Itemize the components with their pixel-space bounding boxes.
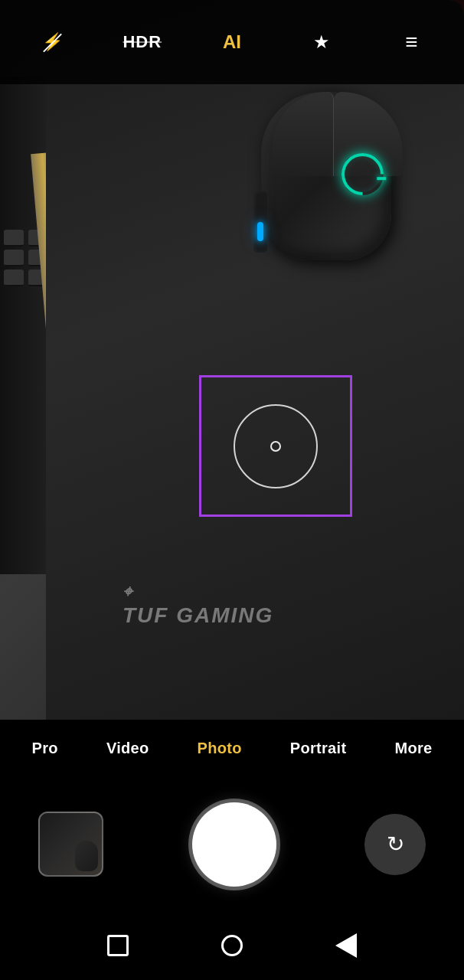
bottom-bar: Pro Video Photo Portrait More ↻ — [0, 720, 464, 980]
logitech-logo — [341, 153, 387, 199]
focus-point — [270, 441, 281, 452]
camera-viewfinder[interactable]: ⌖ TUF GAMING — [0, 0, 464, 720]
ai-label: AI — [223, 31, 241, 53]
square-nav-icon — [107, 935, 129, 956]
tuf-gaming-text: ⌖ TUF GAMING — [123, 582, 273, 628]
tab-pro[interactable]: Pro — [21, 733, 70, 763]
recent-apps-button[interactable] — [99, 926, 137, 965]
key — [4, 250, 24, 266]
tab-photo[interactable]: Photo — [186, 733, 253, 763]
tuf-wings-icon: ⌖ — [123, 582, 273, 602]
flip-camera-button[interactable]: ↻ — [364, 814, 426, 875]
mode-tabs: Pro Video Photo Portrait More — [0, 720, 464, 777]
circle-nav-icon — [221, 935, 243, 956]
logitech-g-icon — [333, 145, 393, 204]
top-bar: ⚡ HDR AI ★ ≡ — [0, 0, 464, 84]
flip-icon: ↻ — [387, 831, 404, 857]
tab-more[interactable]: More — [383, 733, 443, 763]
star-icon: ★ — [313, 31, 330, 53]
ai-toggle[interactable]: AI — [213, 23, 251, 61]
mouse-left-button — [273, 92, 334, 176]
scene-background: ⌖ TUF GAMING — [0, 0, 464, 720]
menu-button[interactable]: ≡ — [392, 23, 430, 61]
home-button[interactable] — [213, 926, 251, 965]
shutter-row: ↻ — [0, 777, 464, 911]
key — [4, 230, 24, 247]
mouse-led — [257, 222, 263, 241]
gallery-thumbnail[interactable] — [38, 812, 103, 877]
nav-bar — [0, 911, 464, 980]
hdr-label: HDR — [123, 32, 162, 52]
tab-video[interactable]: Video — [95, 733, 161, 763]
flash-toggle[interactable]: ⚡ — [34, 23, 72, 61]
tab-portrait[interactable]: Portrait — [279, 733, 358, 763]
favorites-button[interactable]: ★ — [302, 23, 341, 61]
hdr-toggle[interactable]: HDR — [123, 23, 162, 61]
menu-icon: ≡ — [405, 30, 417, 54]
key — [4, 270, 24, 286]
back-button[interactable] — [327, 926, 365, 965]
flash-off-icon: ⚡ — [42, 32, 63, 52]
shutter-button[interactable] — [192, 802, 276, 887]
thumbnail-preview — [75, 841, 98, 871]
focus-box[interactable] — [199, 375, 352, 517]
focus-circle-outer — [234, 404, 318, 488]
back-triangle-icon — [335, 933, 357, 958]
